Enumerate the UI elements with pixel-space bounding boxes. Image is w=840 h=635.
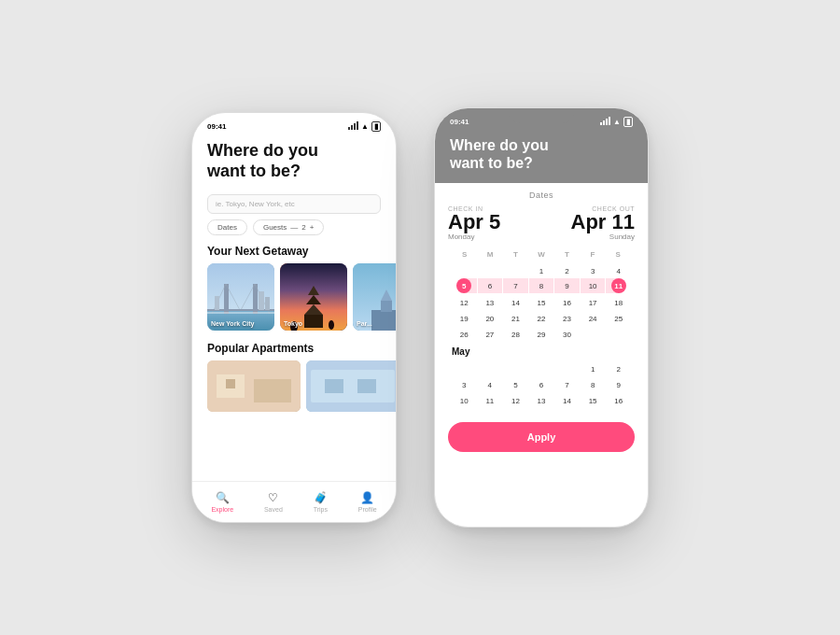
cal-cell-empty-may [534,360,549,375]
bottom-nav: 🔍 Explore ♡ Saved 🧳 Trips 👤 Profile [192,481,396,522]
svg-rect-20 [371,310,396,331]
cal-cell-may[interactable]: 15 [585,392,600,407]
checkin-date: Apr 5 [448,212,500,233]
may-grid: 12345678910111213141516 [452,360,631,407]
cal-cell-may[interactable]: 11 [483,392,497,407]
cal-cell[interactable]: 12 [456,294,471,309]
cal-cell-in-range[interactable]: 6 [478,278,503,293]
left-title: Where do youwant to be? [207,141,381,181]
cal-cell[interactable]: 21 [508,310,523,325]
cal-cell-in-range[interactable]: 9 [554,278,580,293]
svg-rect-28 [311,370,395,402]
svg-rect-30 [357,379,376,393]
cal-cell-start-wrapper: 5 [452,278,477,293]
svg-rect-21 [381,301,392,312]
cal-cell-may[interactable]: 13 [534,392,549,407]
cal-cell-may[interactable]: 3 [456,376,471,391]
checkout-col: CHECK OUT Apr 11 Sunday [571,205,635,241]
trips-icon: 🧳 [314,491,328,504]
may-label: May [452,346,631,357]
cal-cell-may[interactable]: 10 [456,392,471,407]
nav-profile[interactable]: 👤 Profile [358,491,377,513]
svg-rect-13 [304,315,323,328]
calendar: S M T W T F S 12345678910111213141516171… [448,248,635,407]
checkin-day: Monday [448,233,500,241]
apt-card-1[interactable] [207,360,301,412]
cal-cell[interactable]: 1 [534,262,549,277]
cal-cell-end-wrapper: 11 [606,278,631,293]
guests-filter-btn[interactable]: Guests — 2 + [253,219,324,235]
cal-cell-may[interactable]: 9 [611,376,626,391]
cal-cell-in-range[interactable]: 8 [529,278,554,293]
search-placeholder: ie. Tokyo, New York, etc [216,200,295,208]
card-paris[interactable]: Par... [353,263,396,331]
explore-icon: 🔍 [216,491,230,504]
cal-cell[interactable]: 2 [560,262,575,277]
cal-cell[interactable]: 22 [534,310,549,325]
saved-label: Saved [264,506,283,513]
search-bar[interactable]: ie. Tokyo, New York, etc [207,194,381,214]
checkout-day: Sunday [571,233,635,241]
cal-cell[interactable]: 26 [456,326,471,341]
cal-cell-in-range[interactable]: 10 [581,278,606,293]
cal-cell-selected-end[interactable]: 11 [611,278,626,293]
cal-cell[interactable]: 19 [456,310,471,325]
cal-cell-selected-start[interactable]: 5 [456,278,471,293]
explore-label: Explore [211,506,233,513]
cal-cell[interactable]: 24 [585,310,600,325]
card-nyc[interactable]: New York City [207,263,274,331]
apt-card-2[interactable] [306,360,396,412]
apply-button[interactable]: Apply [448,422,635,452]
left-phone-content: Where do youwant to be? ie. Tokyo, New Y… [192,134,396,522]
apartments-row [192,360,396,412]
nav-explore[interactable]: 🔍 Explore [211,491,233,513]
battery-icon: ▮ [371,121,381,132]
cal-cell[interactable]: 27 [483,326,497,341]
status-icons-left: ▲ ▮ [348,121,381,132]
cal-cell[interactable]: 28 [508,326,523,341]
left-header: Where do youwant to be? [192,134,396,187]
profile-icon: 👤 [360,491,374,504]
cal-cell[interactable]: 15 [534,294,549,309]
cal-cell[interactable]: 4 [611,262,626,277]
signal-icon-right [600,117,610,126]
cal-cell[interactable]: 29 [534,326,549,341]
time-left: 09:41 [207,122,226,131]
cal-cell[interactable]: 25 [611,310,626,325]
cal-cell-empty-may [456,360,471,375]
cal-cell[interactable]: 14 [508,294,523,309]
dates-filter-btn[interactable]: Dates [207,219,247,235]
nav-trips[interactable]: 🧳 Trips [314,491,328,513]
cal-cell[interactable]: 17 [585,294,600,309]
cal-cell-may[interactable]: 7 [560,376,575,391]
cal-cell[interactable]: 13 [483,294,497,309]
cal-cell[interactable]: 30 [560,326,575,341]
cal-cell[interactable]: 16 [560,294,575,309]
signal-icon [348,121,358,131]
card-paris-label: Par... [357,320,372,327]
cal-cell[interactable]: 18 [611,294,626,309]
filter-row: Dates Guests — 2 + [192,214,396,241]
right-title: Where do youwant to be? [450,136,633,172]
cal-cell-may[interactable]: 12 [508,392,523,407]
cal-cell-may[interactable]: 5 [508,376,523,391]
cal-cell[interactable]: 20 [483,310,497,325]
getaway-cards-row: New York City [192,263,396,331]
cal-cell-may[interactable]: 6 [534,376,549,391]
cal-cell-may[interactable]: 4 [483,376,497,391]
cal-cell-may[interactable]: 2 [611,360,626,375]
apartments-title: Popular Apartments [192,338,396,360]
cal-cell-in-range[interactable]: 7 [503,278,528,293]
cal-cell[interactable]: 3 [585,262,600,277]
cal-cell-empty-may [508,360,523,375]
svg-rect-11 [215,296,219,310]
nav-saved[interactable]: ♡ Saved [264,491,283,513]
cal-cell-may[interactable]: 8 [585,376,600,391]
card-tokyo[interactable]: Tokyo [280,263,347,331]
cal-cell-may[interactable]: 16 [611,392,626,407]
cal-cell-empty-may [560,360,575,375]
cal-cell-may[interactable]: 14 [560,392,575,407]
cal-cell-may[interactable]: 1 [585,360,600,375]
left-phone: 09:41 ▲ ▮ Where do youwant to be? [191,112,397,523]
cal-cell[interactable]: 23 [560,310,575,325]
